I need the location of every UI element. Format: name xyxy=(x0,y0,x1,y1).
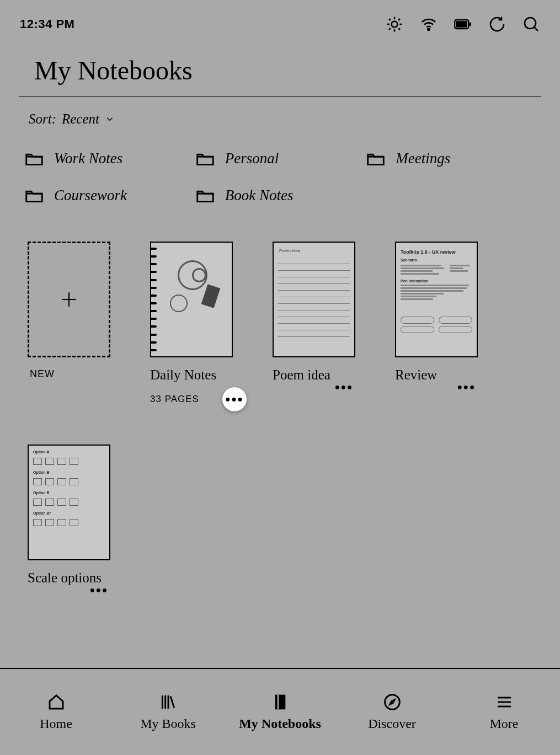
folder-item[interactable]: Personal xyxy=(196,150,356,167)
svg-point-0 xyxy=(392,22,398,28)
folder-label: Work Notes xyxy=(54,150,122,167)
svg-rect-17 xyxy=(275,694,285,709)
search-icon[interactable] xyxy=(522,15,540,33)
notebook-icon xyxy=(270,693,290,711)
thumb-header: Poem idea xyxy=(274,243,354,258)
notebook-grid: NEW Daily Notes 33 PAGES ••• Poem idea P… xyxy=(0,210,560,607)
folder-label: Coursework xyxy=(54,187,127,204)
thumb-section: Scenario xyxy=(401,258,472,262)
notebook-thumb[interactable]: Toolkits 1.6 - UX review Scenario Pen in… xyxy=(395,242,478,357)
page-title: My Notebooks xyxy=(34,55,541,85)
notebook-item: Daily Notes 33 PAGES ••• xyxy=(150,242,260,411)
svg-point-9 xyxy=(428,29,429,30)
tab-home[interactable]: Home xyxy=(0,669,112,755)
tab-label: Discover xyxy=(368,716,416,731)
time-label: 12:34 PM xyxy=(20,17,74,31)
tab-label: My Books xyxy=(140,716,196,731)
brightness-icon[interactable] xyxy=(386,15,403,33)
new-notebook[interactable]: NEW xyxy=(28,242,138,411)
bottom-nav: Home My Books My Notebooks Discover More xyxy=(0,668,560,755)
svg-marker-20 xyxy=(390,700,394,704)
svg-line-7 xyxy=(389,28,391,30)
menu-icon xyxy=(494,693,514,711)
notebook-thumb[interactable] xyxy=(150,242,233,357)
folder-icon xyxy=(196,152,214,166)
status-bar: 12:34 PM xyxy=(0,0,560,40)
notebook-item: Poem idea Poem idea ••• xyxy=(273,242,383,411)
sort-value: Recent xyxy=(62,111,99,127)
home-icon xyxy=(46,693,66,711)
compass-icon xyxy=(382,693,402,711)
folder-label: Meetings xyxy=(396,150,450,167)
new-notebook-label: NEW xyxy=(28,368,138,380)
notebook-thumb[interactable]: Option A Option B Option B Option B* xyxy=(28,445,110,560)
tab-my-notebooks[interactable]: My Notebooks xyxy=(224,669,336,755)
notebook-pagecount: 33 PAGES xyxy=(150,394,199,405)
thumb-header: Toolkits 1.6 - UX review xyxy=(401,249,472,255)
thumb-opt-label: Option B xyxy=(33,491,105,495)
notebook-thumb[interactable]: Poem idea xyxy=(273,242,355,357)
tab-label: More xyxy=(490,716,519,731)
wifi-icon[interactable] xyxy=(420,15,438,33)
thumb-opt-label: Option B xyxy=(33,470,105,474)
more-menu-button[interactable]: ••• xyxy=(222,387,247,411)
tab-discover[interactable]: Discover xyxy=(336,669,448,755)
folder-item[interactable]: Meetings xyxy=(367,150,527,167)
svg-point-19 xyxy=(385,694,399,709)
new-notebook-tile[interactable] xyxy=(28,242,110,357)
folder-icon xyxy=(196,189,214,203)
folder-label: Personal xyxy=(225,150,279,167)
plus-icon xyxy=(60,290,78,309)
tab-label: My Notebooks xyxy=(239,716,321,731)
sync-icon[interactable] xyxy=(488,15,506,33)
thumb-opt-label: Option B* xyxy=(33,511,105,515)
notebook-item: Toolkits 1.6 - UX review Scenario Pen in… xyxy=(395,242,505,411)
notebook-title: Poem idea xyxy=(273,367,330,383)
tab-more[interactable]: More xyxy=(448,669,560,755)
status-icons xyxy=(386,15,540,33)
thumb-opt-label: Option A xyxy=(33,450,105,454)
folder-item[interactable]: Book Notes xyxy=(196,187,356,204)
svg-line-8 xyxy=(398,19,400,20)
folder-icon xyxy=(25,189,43,203)
notebook-title: Review xyxy=(395,367,437,383)
sort-prefix: Sort: xyxy=(29,111,56,127)
tab-my-books[interactable]: My Books xyxy=(112,669,224,755)
svg-line-6 xyxy=(398,28,400,30)
folder-item[interactable]: Work Notes xyxy=(25,150,185,167)
folder-icon xyxy=(25,152,43,166)
page-header: My Notebooks xyxy=(0,40,560,97)
folder-icon xyxy=(367,152,385,166)
svg-line-5 xyxy=(389,19,391,20)
svg-rect-12 xyxy=(469,23,471,26)
chevron-down-icon xyxy=(105,114,115,124)
folder-label: Book Notes xyxy=(225,187,294,204)
notebook-title: Daily Notes xyxy=(150,367,216,383)
sort-dropdown[interactable]: Sort: Recent xyxy=(0,97,560,129)
books-icon xyxy=(158,693,178,711)
svg-rect-11 xyxy=(456,21,467,27)
folder-list: Work Notes Personal Meetings Coursework … xyxy=(0,129,560,210)
folder-item[interactable]: Coursework xyxy=(25,187,185,204)
svg-point-13 xyxy=(525,18,536,29)
tab-label: Home xyxy=(40,716,72,731)
thumb-section: Pen interaction xyxy=(401,279,472,283)
svg-line-14 xyxy=(534,27,538,31)
battery-icon[interactable] xyxy=(454,15,472,33)
notebook-item: Option A Option B Option B Option B* Sca… xyxy=(28,445,138,590)
